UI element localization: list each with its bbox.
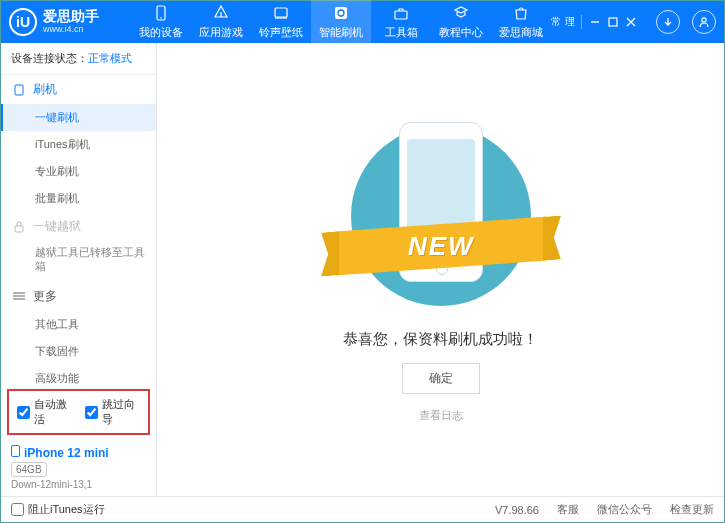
nav-label: 铃声壁纸	[259, 25, 303, 40]
nav-label: 智能刷机	[319, 25, 363, 40]
success-message: 恭喜您，保资料刷机成功啦！	[343, 330, 538, 349]
user-icon[interactable]	[692, 10, 716, 34]
main-nav: 我的设备 应用游戏 铃声壁纸 智能刷机 工具箱 教程中心	[131, 0, 551, 44]
footer-service[interactable]: 客服	[557, 502, 579, 517]
app-url: www.i4.cn	[43, 25, 99, 35]
close-icon[interactable]	[624, 15, 638, 29]
device-identifier: Down-12mini-13,1	[11, 479, 146, 490]
status-bar: 阻止iTunes运行 V7.98.66 客服 微信公众号 检查更新	[1, 496, 724, 522]
wallpaper-icon	[272, 4, 290, 22]
svg-rect-2	[275, 8, 287, 17]
svg-rect-9	[15, 85, 23, 95]
svg-point-1	[160, 17, 162, 19]
apps-icon	[212, 4, 230, 22]
svg-rect-3	[275, 17, 287, 19]
device-status: 设备连接状态：正常模式	[1, 43, 156, 75]
nav-media[interactable]: 铃声壁纸	[251, 0, 311, 44]
sidebar-cat-more[interactable]: 更多	[1, 282, 156, 311]
sidebar-cat-flash[interactable]: 刷机	[1, 75, 156, 104]
phone-small-icon	[13, 84, 25, 96]
sidebar-item-itunes[interactable]: iTunes刷机	[1, 131, 156, 158]
svg-rect-4	[335, 7, 347, 19]
app-logo: iU 爱思助手 www.i4.cn	[9, 8, 131, 36]
sidebar-item-oneclick[interactable]: 一键刷机	[1, 104, 156, 131]
ribbon-text: NEW	[407, 231, 474, 262]
more-icon	[13, 290, 25, 302]
ok-button[interactable]: 确定	[402, 363, 480, 394]
nav-label: 工具箱	[385, 25, 418, 40]
sidebar-cat-jailbreak: 一键越狱	[1, 212, 156, 241]
sidebar-item-pro[interactable]: 专业刷机	[1, 158, 156, 185]
main-content: NEW 恭喜您，保资料刷机成功啦！ 确定 查看日志	[157, 43, 724, 496]
nav-label: 教程中心	[439, 25, 483, 40]
footer-wechat[interactable]: 微信公众号	[597, 502, 652, 517]
svg-rect-10	[15, 226, 23, 232]
window-controls: 常 理	[551, 10, 716, 34]
nav-tutorial[interactable]: 教程中心	[431, 0, 491, 44]
maximize-icon[interactable]	[606, 15, 620, 29]
sidebar: 设备连接状态：正常模式 刷机 一键刷机 iTunes刷机 专业刷机 批量刷机 一…	[1, 43, 157, 496]
checkbox-auto-activate[interactable]: 自动激活	[17, 397, 73, 427]
nav-my-device[interactable]: 我的设备	[131, 0, 191, 44]
tutorial-icon	[452, 4, 470, 22]
jailbreak-note: 越狱工具已转移至工具箱	[1, 241, 156, 282]
download-icon[interactable]	[656, 10, 680, 34]
device-small-icon	[11, 445, 20, 460]
minimize-icon[interactable]	[588, 15, 602, 29]
win-menu-2[interactable]: 理	[565, 15, 575, 29]
flash-icon	[332, 4, 350, 22]
footer-update[interactable]: 检查更新	[670, 502, 714, 517]
titlebar: iU 爱思助手 www.i4.cn 我的设备 应用游戏 铃声壁纸 智能刷机	[1, 1, 724, 43]
nav-label: 应用游戏	[199, 25, 243, 40]
toolbox-icon	[392, 4, 410, 22]
options-highlight: 自动激活 跳过向导	[7, 389, 150, 435]
win-menu-1[interactable]: 常	[551, 15, 561, 29]
success-illustration: NEW	[341, 116, 541, 316]
app-name: 爱思助手	[43, 9, 99, 24]
nav-apps[interactable]: 应用游戏	[191, 0, 251, 44]
svg-rect-14	[12, 446, 20, 457]
svg-rect-7	[609, 18, 617, 26]
checkbox-block-itunes[interactable]: 阻止iTunes运行	[11, 502, 105, 517]
device-storage: 64GB	[11, 462, 47, 477]
connected-device[interactable]: iPhone 12 mini 64GB Down-12mini-13,1	[1, 439, 156, 496]
sidebar-item-download-fw[interactable]: 下载固件	[1, 338, 156, 365]
sidebar-item-batch[interactable]: 批量刷机	[1, 185, 156, 212]
lock-icon	[13, 221, 25, 233]
nav-flash[interactable]: 智能刷机	[311, 0, 371, 44]
sidebar-item-other[interactable]: 其他工具	[1, 311, 156, 338]
phone-icon	[152, 4, 170, 22]
nav-store[interactable]: 爱思商城	[491, 0, 551, 44]
version-label: V7.98.66	[495, 504, 539, 516]
svg-rect-5	[395, 11, 407, 19]
nav-label: 爱思商城	[499, 25, 543, 40]
checkbox-skip-guide[interactable]: 跳过向导	[85, 397, 141, 427]
nav-label: 我的设备	[139, 25, 183, 40]
nav-toolbox[interactable]: 工具箱	[371, 0, 431, 44]
store-icon	[512, 4, 530, 22]
svg-point-8	[702, 18, 706, 22]
view-log-link[interactable]: 查看日志	[419, 408, 463, 423]
sidebar-item-advanced[interactable]: 高级功能	[1, 365, 156, 385]
logo-icon: iU	[9, 8, 37, 36]
